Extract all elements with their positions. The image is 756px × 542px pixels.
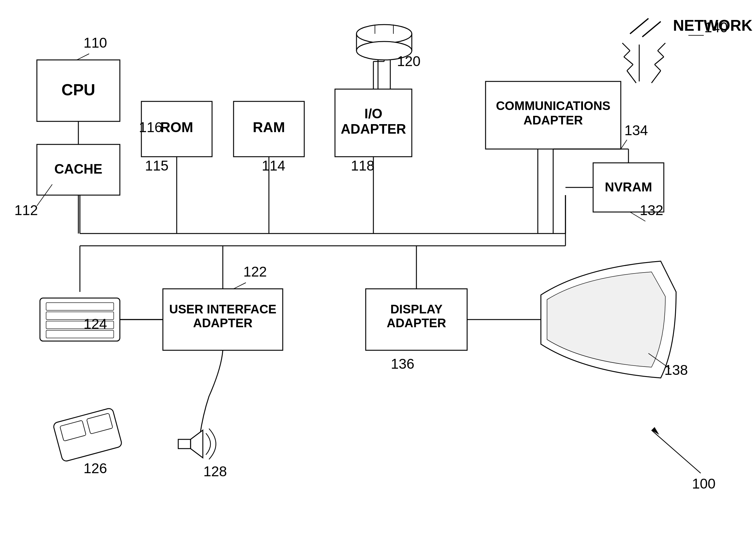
io-adapter-label2: ADAPTER bbox=[341, 121, 406, 136]
ref-122: 122 bbox=[243, 264, 267, 280]
svg-rect-52 bbox=[178, 439, 191, 449]
svg-point-27 bbox=[356, 25, 412, 43]
ref-126: 126 bbox=[84, 460, 107, 476]
ref-115: 115 bbox=[145, 158, 169, 174]
ref-134: 134 bbox=[624, 122, 648, 138]
ref-120: 120 bbox=[397, 53, 421, 69]
display-adapter-label2: ADAPTER bbox=[387, 316, 446, 330]
ref-110: 110 bbox=[84, 35, 107, 51]
ref-112: 112 bbox=[14, 202, 38, 218]
ui-adapter-label: USER INTERFACE bbox=[169, 302, 277, 316]
ui-adapter-label2: ADAPTER bbox=[193, 316, 252, 330]
cpu-label: CPU bbox=[61, 81, 95, 99]
ref-128: 128 bbox=[203, 463, 227, 479]
comm-adapter-label: COMMUNICATIONS bbox=[496, 99, 611, 112]
rom-label: ROM bbox=[160, 119, 193, 135]
ref-114: 114 bbox=[262, 158, 285, 174]
ref-132: 132 bbox=[640, 202, 663, 218]
io-adapter-label: I/O bbox=[364, 106, 383, 121]
ref-136: 136 bbox=[391, 356, 415, 372]
comm-adapter-label2: ADAPTER bbox=[523, 113, 583, 127]
ref-138: 138 bbox=[664, 362, 688, 378]
ref-118: 118 bbox=[351, 158, 375, 174]
cache-label: CACHE bbox=[54, 161, 102, 176]
ref-116: 116 bbox=[139, 119, 163, 135]
ref-124: 124 bbox=[84, 316, 107, 332]
display-adapter-label: DISPLAY bbox=[390, 302, 443, 316]
ram-label: RAM bbox=[253, 119, 285, 135]
ref-100: 100 bbox=[692, 476, 716, 492]
diagram-container: CPU CACHE ROM RAM I/O ADAPTER COMMUNICAT… bbox=[0, 0, 756, 542]
nvram-label: NVRAM bbox=[605, 180, 652, 194]
ref-140: 140 bbox=[704, 19, 728, 35]
